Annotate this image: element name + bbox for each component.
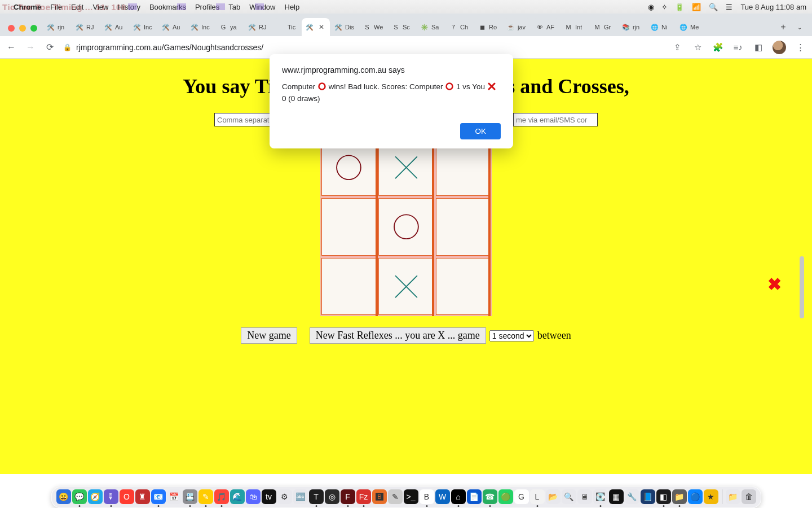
menu-bookmarks[interactable]: Bookmarks: [149, 3, 186, 11]
dock-app-icon[interactable]: 🔍: [562, 489, 576, 504]
menu-view[interactable]: View: [92, 3, 108, 11]
browser-tab[interactable]: ◼Ro: [474, 18, 502, 36]
dock-app-icon[interactable]: ◎: [325, 489, 339, 504]
browser-tab[interactable]: 🛠️✕: [302, 18, 330, 36]
board-cell-7[interactable]: [378, 258, 433, 315]
side-panel-button[interactable]: ◧: [752, 41, 765, 54]
nav-back-button[interactable]: ←: [6, 42, 17, 53]
board-cell-4[interactable]: [378, 198, 433, 255]
dock-app-icon[interactable]: 💬: [72, 489, 87, 504]
dock-app-icon[interactable]: ♜: [135, 489, 150, 504]
menu-app[interactable]: Chrome: [14, 3, 41, 11]
dock-app-icon[interactable]: O: [120, 489, 134, 504]
dock-app-icon[interactable]: ✎: [198, 489, 213, 504]
dock-app-icon[interactable]: 📇: [183, 489, 197, 504]
browser-tab[interactable]: 🛠️Au: [100, 18, 129, 36]
dock-app-icon[interactable]: W: [435, 489, 450, 504]
browser-tab[interactable]: 🛠️RJ: [244, 18, 272, 36]
bluetooth-icon[interactable]: ⟡: [662, 2, 667, 11]
board-cell-8[interactable]: [436, 258, 491, 315]
dock-app-icon[interactable]: T: [309, 489, 324, 504]
dock-app-icon[interactable]: 🧭: [88, 489, 103, 504]
new-game-button[interactable]: New game: [241, 327, 297, 344]
window-minimize-button[interactable]: [19, 25, 26, 32]
browser-tab[interactable]: 🛠️Dis: [330, 18, 359, 36]
browser-tab[interactable]: MInt: [561, 18, 589, 36]
menu-tab[interactable]: Tab: [228, 3, 240, 11]
nav-forward-button[interactable]: →: [25, 42, 36, 53]
board-cell-5[interactable]: [436, 198, 491, 255]
contact-input[interactable]: [513, 113, 598, 126]
page-scrollbar[interactable]: [800, 256, 804, 318]
interval-select[interactable]: 1 second: [489, 330, 534, 341]
dock-app-icon[interactable]: ☎: [483, 489, 497, 504]
profile-avatar[interactable]: [773, 41, 786, 54]
browser-tab[interactable]: SSc: [388, 18, 416, 36]
battery-icon[interactable]: 🔋: [675, 3, 684, 11]
browser-tab[interactable]: 🛠️Inc: [187, 18, 215, 36]
browser-tab[interactable]: 🌐Me: [676, 18, 704, 36]
menu-history[interactable]: History: [117, 3, 140, 11]
media-control-button[interactable]: ≡♪: [732, 41, 744, 54]
nav-reload-button[interactable]: ⟳: [44, 42, 55, 53]
dock-app-icon[interactable]: ⚙: [277, 489, 292, 504]
dock-app-icon[interactable]: 🅱: [372, 489, 387, 504]
dock-app-icon[interactable]: 📅: [167, 489, 182, 504]
browser-tab[interactable]: 7Ch: [445, 18, 474, 36]
dock-app-icon[interactable]: ▦: [609, 489, 624, 504]
share-button[interactable]: ⇪: [671, 41, 683, 54]
address-bar[interactable]: 🔒 rjmprogramming.com.au/Games/Noughtsand…: [63, 43, 263, 52]
browser-tab[interactable]: SWe: [359, 18, 387, 36]
browser-tab[interactable]: 🛠️Inc: [129, 18, 157, 36]
dock-app-icon[interactable]: ⌂: [451, 489, 466, 504]
control-center-icon[interactable]: ☰: [726, 3, 732, 11]
browser-tab[interactable]: 🌐Ni: [647, 18, 675, 36]
dock-app-icon[interactable]: ✎: [388, 489, 403, 504]
board-cell-3[interactable]: [321, 198, 376, 255]
dock-app-icon[interactable]: 🖥: [577, 489, 592, 504]
dock-app-icon[interactable]: 🛍: [246, 489, 261, 504]
menu-profiles[interactable]: Profiles: [195, 3, 219, 11]
browser-tab[interactable]: 📚rjn: [618, 18, 646, 36]
dock-app-icon[interactable]: 😀: [56, 489, 71, 504]
menu-file[interactable]: File: [50, 3, 62, 11]
menu-help[interactable]: Help: [285, 3, 300, 11]
dock-app-icon[interactable]: 📘: [641, 489, 655, 504]
dock-app-icon[interactable]: B: [420, 489, 434, 504]
dock-app-icon[interactable]: 🌊: [230, 489, 245, 504]
browser-tab[interactable]: Gya: [215, 18, 244, 36]
menu-window[interactable]: Window: [249, 3, 275, 11]
browser-tab[interactable]: ☕jav: [503, 18, 531, 36]
new-tab-button[interactable]: +: [775, 18, 791, 36]
window-zoom-button[interactable]: [30, 25, 37, 32]
dock-app-icon[interactable]: ★: [704, 489, 718, 504]
extensions-button[interactable]: 🧩: [712, 41, 724, 54]
dock-app-icon[interactable]: ◧: [656, 489, 671, 504]
menubar-clock[interactable]: Tue 8 Aug 11:08 am: [740, 3, 806, 11]
new-fast-reflexes-button[interactable]: New Fast Reflexes ... you are X ... game: [310, 327, 486, 344]
dock-app-icon[interactable]: 📂: [546, 489, 561, 504]
dock-app-icon[interactable]: 🎙: [104, 489, 118, 504]
dock-app-icon[interactable]: 🗑: [742, 489, 756, 504]
browser-tab[interactable]: Tic: [273, 18, 301, 36]
alert-ok-button[interactable]: OK: [460, 123, 501, 139]
dock-app-icon[interactable]: 💽: [593, 489, 608, 504]
bookmark-star-button[interactable]: ☆: [691, 41, 704, 54]
dock-app-icon[interactable]: 📁: [672, 489, 687, 504]
tab-overflow-button[interactable]: ⌄: [792, 18, 807, 36]
wifi-icon[interactable]: 📶: [692, 3, 701, 11]
browser-tab[interactable]: ✳️Sa: [417, 18, 445, 36]
dock-app-icon[interactable]: 🔤: [293, 489, 308, 504]
browser-tab[interactable]: 👁AF: [532, 18, 560, 36]
browser-tab[interactable]: 🛠️rjn: [43, 18, 71, 36]
dock-app-icon[interactable]: 🎵: [214, 489, 229, 504]
dock-app-icon[interactable]: 🔧: [625, 489, 639, 504]
dock-app-icon[interactable]: 🔵: [688, 489, 703, 504]
dock-app-icon[interactable]: 🟢: [498, 489, 513, 504]
dock-app-icon[interactable]: 📁: [726, 489, 740, 504]
dock-app-icon[interactable]: Fz: [356, 489, 371, 504]
screen-record-icon[interactable]: ◉: [648, 3, 654, 11]
dock-app-icon[interactable]: >_: [404, 489, 418, 504]
spotlight-icon[interactable]: 🔍: [709, 3, 718, 11]
dock-app-icon[interactable]: L: [530, 489, 545, 504]
